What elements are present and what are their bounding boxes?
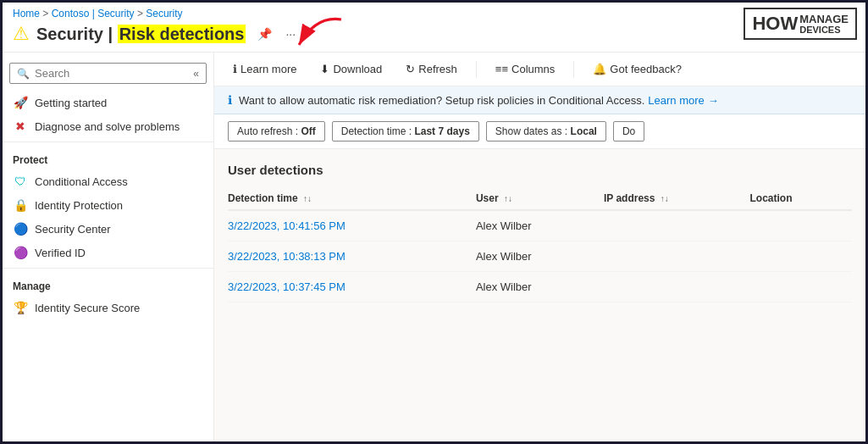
nav-label-security-center: Security Center bbox=[35, 223, 111, 236]
detection-time-value: Last 7 days bbox=[414, 125, 469, 137]
section-label-protect: Protect bbox=[3, 146, 213, 169]
verified-id-icon: 🟣 bbox=[13, 246, 28, 259]
location-cell-3 bbox=[750, 272, 852, 302]
breadcrumb-home[interactable]: Home bbox=[13, 8, 40, 19]
ip-cell-2 bbox=[604, 241, 750, 272]
content-area: ℹ Want to allow automatic risk remediati… bbox=[214, 86, 865, 441]
nav-verified-id[interactable]: 🟣 Verified ID bbox=[3, 241, 213, 264]
location-cell-1 bbox=[750, 210, 852, 241]
search-container: 🔍 « bbox=[9, 63, 207, 84]
detection-time-link-2[interactable]: 3/22/2023, 10:38:13 PM bbox=[228, 250, 346, 263]
collapse-button[interactable]: « bbox=[193, 68, 199, 80]
columns-icon: ≡≡ bbox=[495, 63, 508, 75]
show-dates-label: Show dates as : bbox=[495, 125, 567, 137]
identity-secure-score-icon: 🏆 bbox=[13, 301, 28, 314]
download-label: Download bbox=[333, 63, 382, 75]
auto-refresh-label: Auto refresh : bbox=[237, 125, 298, 137]
col-user[interactable]: User ↑↓ bbox=[476, 187, 604, 210]
col-location: Location bbox=[750, 187, 852, 210]
col-detection-time-label: Detection time bbox=[228, 192, 298, 204]
info-icon: ℹ bbox=[228, 93, 232, 107]
user-cell-2: Alex Wilber bbox=[476, 241, 604, 272]
breadcrumb-security[interactable]: Security bbox=[146, 8, 182, 19]
ip-cell-3 bbox=[604, 272, 750, 302]
learn-more-label: Learn more bbox=[240, 63, 296, 75]
user-cell-3: Alex Wilber bbox=[476, 272, 604, 302]
search-icon: 🔍 bbox=[17, 68, 30, 80]
download-button[interactable]: ⬇ Download bbox=[315, 59, 387, 79]
title-highlight: Risk detections bbox=[118, 25, 246, 43]
toolbar-separator-1 bbox=[476, 61, 477, 78]
table-row: 3/22/2023, 10:41:56 PM Alex Wilber bbox=[228, 210, 852, 241]
logo-manage: MANAGE bbox=[799, 13, 849, 25]
nav-label-diagnose: Diagnose and solve problems bbox=[35, 120, 180, 133]
nav-label-getting-started: Getting started bbox=[35, 97, 107, 109]
breadcrumb-contoso[interactable]: Contoso | Security bbox=[52, 8, 135, 19]
security-center-icon: 🔵 bbox=[13, 222, 28, 236]
auto-refresh-value: Off bbox=[301, 125, 315, 137]
user-detections-title: User detections bbox=[228, 163, 852, 177]
feedback-button[interactable]: 🔔 Got feedback? bbox=[588, 59, 687, 79]
col-ip-address[interactable]: IP address ↑↓ bbox=[604, 187, 750, 210]
user-detections-table: Detection time ↑↓ User ↑↓ IP address ↑↓ bbox=[228, 187, 852, 302]
nav-identity-protection[interactable]: 🔒 Identity Protection bbox=[3, 193, 213, 217]
nav-conditional-access[interactable]: 🛡 Conditional Access bbox=[3, 169, 213, 193]
sidebar: 🔍 « 🚀 Getting started ✖ Diagnose and sol… bbox=[3, 53, 214, 441]
warning-icon: ⚠ bbox=[13, 23, 30, 45]
feedback-label: Got feedback? bbox=[610, 63, 682, 75]
nav-label-identity-protection: Identity Protection bbox=[35, 199, 123, 212]
table-header-row: Detection time ↑↓ User ↑↓ IP address ↑↓ bbox=[228, 187, 852, 210]
refresh-label: Refresh bbox=[418, 63, 457, 75]
sort-user-icon: ↑↓ bbox=[504, 194, 512, 203]
toolbar: ℹ Learn more ⬇ Download ↻ Refresh ≡≡ Col… bbox=[214, 53, 865, 86]
detection-time-filter[interactable]: Detection time : Last 7 days bbox=[332, 121, 479, 142]
diagnose-icon: ✖ bbox=[13, 119, 28, 133]
col-detection-time[interactable]: Detection time ↑↓ bbox=[228, 187, 476, 210]
feedback-icon: 🔔 bbox=[593, 63, 606, 75]
download-icon: ⬇ bbox=[320, 63, 329, 75]
page-title: Security | Risk detections bbox=[36, 25, 246, 44]
ip-cell-1 bbox=[604, 210, 750, 241]
user-cell-1: Alex Wilber bbox=[476, 210, 604, 241]
nav-identity-secure-score[interactable]: 🏆 Identity Secure Score bbox=[3, 296, 213, 319]
logo: HOW MANAGE DEVICES bbox=[744, 8, 857, 40]
filter-bar: Auto refresh : Off Detection time : Last… bbox=[214, 114, 865, 149]
nav-label-conditional-access: Conditional Access bbox=[35, 175, 128, 188]
more-options-icon[interactable]: ··· bbox=[282, 25, 299, 42]
detection-time-label: Detection time : bbox=[341, 125, 412, 137]
section-label-manage: Manage bbox=[3, 272, 213, 296]
search-input[interactable] bbox=[35, 67, 190, 80]
extra-filter[interactable]: Do bbox=[613, 121, 644, 142]
breadcrumb: Home > Contoso | Security > Security bbox=[13, 8, 855, 19]
learn-more-button[interactable]: ℹ Learn more bbox=[228, 59, 301, 79]
columns-button[interactable]: ≡≡ Columns bbox=[490, 59, 560, 79]
auto-refresh-filter[interactable]: Auto refresh : Off bbox=[228, 121, 325, 142]
detection-time-link-1[interactable]: 3/22/2023, 10:41:56 PM bbox=[228, 219, 346, 232]
identity-protection-icon: 🔒 bbox=[13, 198, 28, 212]
col-ip-label: IP address bbox=[604, 192, 655, 204]
extra-filter-text: Do bbox=[622, 125, 635, 137]
col-user-label: User bbox=[476, 192, 499, 204]
show-dates-value: Local bbox=[571, 125, 597, 137]
info-banner: ℹ Want to allow automatic risk remediati… bbox=[214, 86, 865, 114]
columns-label: Columns bbox=[511, 63, 555, 75]
show-dates-filter[interactable]: Show dates as : Local bbox=[486, 121, 606, 142]
table-section: User detections Detection time ↑↓ User bbox=[214, 149, 865, 316]
pin-icon[interactable]: 📌 bbox=[254, 25, 275, 42]
refresh-icon: ↻ bbox=[406, 63, 415, 75]
table-row: 3/22/2023, 10:38:13 PM Alex Wilber bbox=[228, 241, 852, 272]
learn-more-icon: ℹ bbox=[233, 63, 237, 75]
nav-label-verified-id: Verified ID bbox=[35, 247, 86, 259]
sort-detection-time-icon: ↑↓ bbox=[303, 194, 312, 203]
toolbar-separator-2 bbox=[573, 61, 574, 78]
refresh-button[interactable]: ↻ Refresh bbox=[401, 59, 462, 79]
detection-time-link-3[interactable]: 3/22/2023, 10:37:45 PM bbox=[228, 280, 346, 293]
table-row: 3/22/2023, 10:37:45 PM Alex Wilber bbox=[228, 272, 852, 302]
conditional-access-icon: 🛡 bbox=[13, 175, 28, 188]
nav-diagnose[interactable]: ✖ Diagnose and solve problems bbox=[3, 114, 213, 138]
nav-getting-started[interactable]: 🚀 Getting started bbox=[3, 91, 213, 114]
col-location-label: Location bbox=[750, 192, 793, 204]
nav-security-center[interactable]: 🔵 Security Center bbox=[3, 217, 213, 241]
logo-devices: DEVICES bbox=[799, 25, 849, 35]
info-banner-link[interactable]: Learn more bbox=[648, 94, 704, 107]
